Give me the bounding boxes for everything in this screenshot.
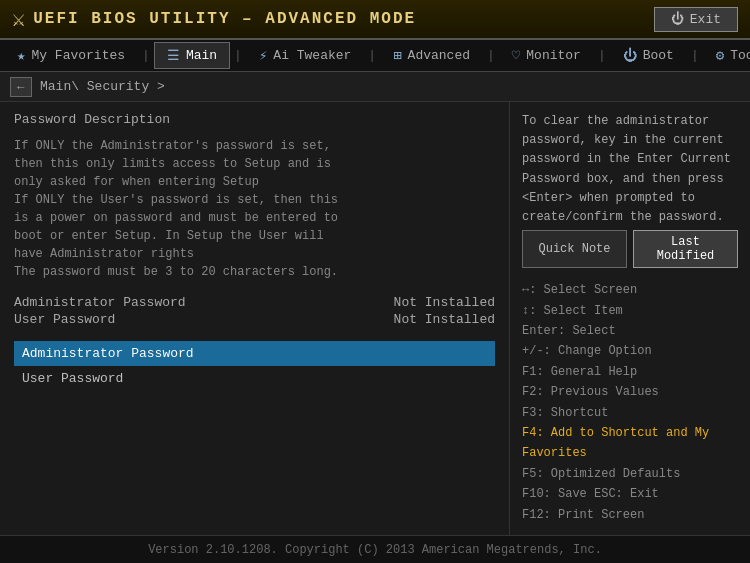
header-title: UEFI BIOS UTILITY – ADVANCED MODE: [33, 10, 416, 28]
shortcut-item: F4: Add to Shortcut and My Favorites: [522, 423, 738, 464]
shortcut-item: +/-: Change Option: [522, 341, 738, 361]
exit-button[interactable]: ⏻ Exit: [654, 7, 738, 32]
option-user-password[interactable]: User Password: [14, 366, 495, 391]
shortcut-item: F3: Shortcut: [522, 403, 738, 423]
keyboard-shortcuts: ↔: Select Screen↕: Select ItemEnter: Sel…: [522, 280, 738, 525]
shortcut-item: ↕: Select Item: [522, 301, 738, 321]
password-status: Administrator Password Not Installed Use…: [14, 295, 495, 327]
footer-text: Version 2.10.1208. Copyright (C) 2013 Am…: [148, 543, 602, 557]
user-password-value: Not Installed: [394, 312, 495, 327]
tool-icon: ⚙: [716, 47, 724, 64]
right-panel: To clear the administrator password, key…: [510, 102, 750, 535]
shortcut-item: F5: Optimized Defaults: [522, 464, 738, 484]
main-content: Password Description If ONLY the Adminis…: [0, 102, 750, 535]
user-password-label: User Password: [14, 312, 115, 327]
password-options: Administrator Password User Password: [14, 341, 495, 391]
ai-tweaker-icon: ⚡: [259, 47, 267, 64]
help-text: To clear the administrator password, key…: [522, 112, 738, 230]
nav-sep-2: |: [232, 48, 244, 63]
tab-advanced[interactable]: ⊞ Advanced: [380, 42, 483, 69]
favorites-icon: ★: [17, 47, 25, 64]
header: ⚔ UEFI BIOS UTILITY – ADVANCED MODE ⏻ Ex…: [0, 0, 750, 40]
shortcut-item: F10: Save ESC: Exit: [522, 484, 738, 504]
tab-ai-tweaker[interactable]: ⚡ Ai Tweaker: [246, 42, 364, 69]
footer: Version 2.10.1208. Copyright (C) 2013 Am…: [0, 535, 750, 563]
main-icon: ☰: [167, 47, 180, 64]
user-password-status-row: User Password Not Installed: [14, 312, 495, 327]
password-description-text: If ONLY the Administrator's password is …: [14, 137, 495, 281]
tab-main[interactable]: ☰ Main: [154, 42, 230, 69]
logo-icon: ⚔: [12, 6, 25, 33]
nav-sep-6: |: [689, 48, 701, 63]
option-admin-password[interactable]: Administrator Password: [14, 341, 495, 366]
tab-tool[interactable]: ⚙ Tool: [703, 42, 750, 69]
shortcut-item: F1: General Help: [522, 362, 738, 382]
monitor-icon: ♡: [512, 47, 520, 64]
exit-icon: ⏻: [671, 12, 684, 27]
admin-password-value: Not Installed: [394, 295, 495, 310]
back-button[interactable]: ←: [10, 77, 32, 97]
nav-sep-3: |: [366, 48, 378, 63]
shortcut-item: F2: Previous Values: [522, 382, 738, 402]
admin-password-label: Administrator Password: [14, 295, 186, 310]
nav-sep-1: |: [140, 48, 152, 63]
tab-favorites[interactable]: ★ My Favorites: [4, 42, 138, 69]
last-modified-button[interactable]: Last Modified: [633, 230, 738, 268]
password-description-title: Password Description: [14, 112, 495, 127]
breadcrumb-bar: ← Main\ Security >: [0, 72, 750, 102]
nav-sep-4: |: [485, 48, 497, 63]
boot-icon: ⏻: [623, 48, 637, 64]
nav-sep-5: |: [596, 48, 608, 63]
header-left: ⚔ UEFI BIOS UTILITY – ADVANCED MODE: [12, 6, 416, 33]
quick-note-button[interactable]: Quick Note: [522, 230, 627, 268]
tab-boot[interactable]: ⏻ Boot: [610, 43, 687, 69]
breadcrumb: Main\ Security >: [40, 79, 165, 94]
shortcut-item: Enter: Select: [522, 321, 738, 341]
quick-buttons: Quick Note Last Modified: [522, 230, 738, 268]
shortcut-item: ↔: Select Screen: [522, 280, 738, 300]
nav-tabs: ★ My Favorites | ☰ Main | ⚡ Ai Tweaker |…: [0, 40, 750, 72]
tab-monitor[interactable]: ♡ Monitor: [499, 42, 594, 69]
left-panel: Password Description If ONLY the Adminis…: [0, 102, 510, 535]
admin-password-status-row: Administrator Password Not Installed: [14, 295, 495, 310]
advanced-icon: ⊞: [393, 47, 401, 64]
shortcut-item: F12: Print Screen: [522, 505, 738, 525]
